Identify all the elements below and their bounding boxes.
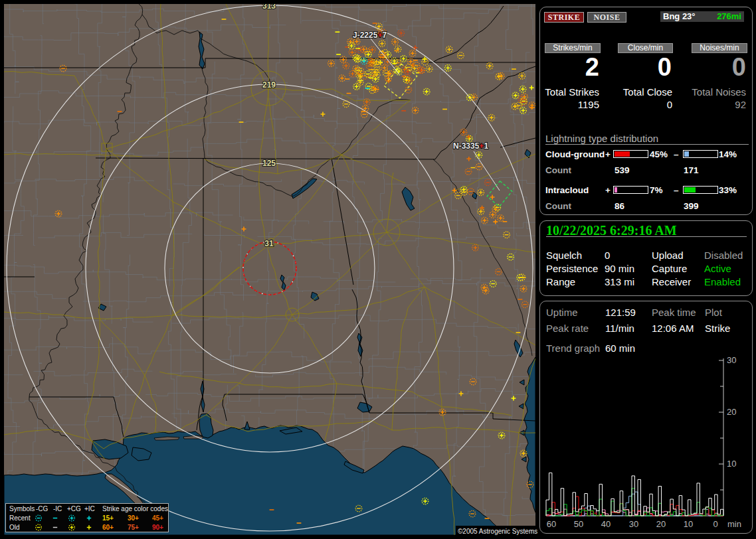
- svg-text:+CG: +CG: [67, 505, 81, 512]
- svg-text:N-3335+1: N-3335+1: [453, 141, 488, 151]
- svg-text:31: 31: [264, 239, 274, 248]
- svg-text:30+: 30+: [128, 514, 139, 522]
- svg-text:Strike age color codes: Strike age color codes: [102, 505, 168, 512]
- svg-text:60+: 60+: [102, 524, 114, 531]
- svg-text:45+: 45+: [152, 514, 163, 522]
- svg-text:125: 125: [262, 159, 276, 168]
- svg-text:-CG: -CG: [36, 505, 48, 512]
- svg-text:J-2225+7: J-2225+7: [353, 31, 387, 40]
- svg-text:+IC: +IC: [84, 505, 95, 512]
- svg-text:Recent: Recent: [9, 514, 31, 522]
- svg-text:90+: 90+: [152, 524, 163, 531]
- svg-text:Symbols: Symbols: [9, 505, 35, 512]
- svg-text:313: 313: [262, 4, 276, 11]
- svg-text:219: 219: [262, 80, 276, 90]
- svg-text:75+: 75+: [128, 524, 139, 531]
- svg-text:15+: 15+: [102, 514, 114, 522]
- svg-text:Old: Old: [9, 524, 20, 531]
- svg-text:-IC: -IC: [53, 505, 62, 512]
